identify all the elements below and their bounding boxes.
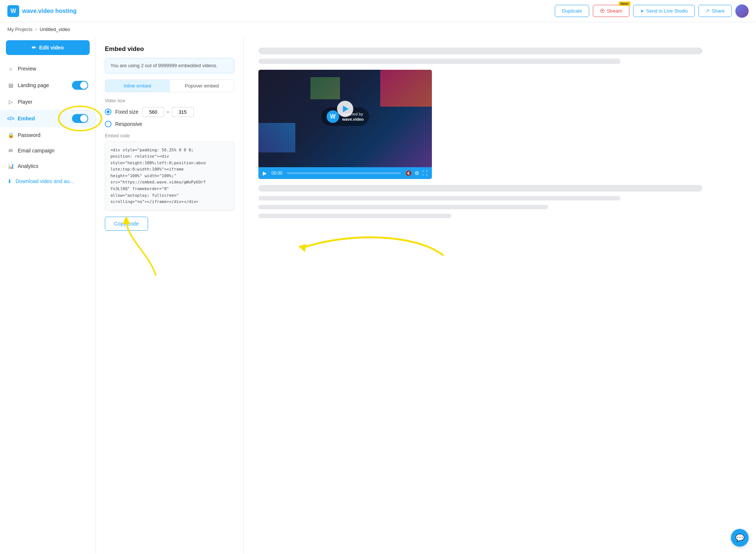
live-studio-icon: ➤ (640, 8, 644, 14)
lock-icon: 🔒 (7, 132, 14, 138)
play-control-icon[interactable]: ▶ (263, 170, 267, 176)
placeholder-bar-3 (258, 185, 702, 192)
sidebar-label-email: Email campaign (18, 148, 55, 154)
radio-fixed-size[interactable]: Fixed size × (105, 107, 234, 117)
placeholder-bar-2 (258, 59, 621, 64)
video-controls: ▶ 00:00 🔇 ⚙ ⛶ (258, 167, 432, 179)
sidebar-item-analytics[interactable]: 📊 Analytics (0, 158, 96, 174)
duplicate-button[interactable]: Duplicate (555, 5, 589, 17)
logo-icon: W (7, 5, 19, 17)
sidebar-item-email-campaign[interactable]: ✉ Email campaign (0, 143, 96, 158)
curved-arrow-annotation (273, 226, 458, 270)
toggle-knob (80, 82, 87, 89)
usage-text: You are using 2 out of 9999999 embedded … (110, 63, 217, 68)
copy-code-wrapper: Copy code (105, 217, 148, 231)
radio-responsive-circle (105, 121, 111, 127)
sidebar-label-landing: Landing page (18, 82, 49, 88)
download-icon: ⬇ (7, 178, 12, 184)
mute-icon[interactable]: 🔇 (405, 170, 412, 176)
video-size-options: Fixed size × Responsive (105, 107, 234, 127)
sidebar-item-player[interactable]: ▷ Player (0, 94, 96, 110)
logo-area: W wave.video hosting (7, 5, 77, 17)
settings-icon[interactable]: ⚙ (415, 170, 419, 176)
tab-inline-embed[interactable]: Inline embed (105, 80, 170, 92)
placeholder-bar-5 (258, 205, 548, 209)
landing-icon: ▤ (7, 82, 14, 89)
chat-icon: 💬 (735, 533, 745, 542)
header-actions: Duplicate ⦿ Stream New! ➤ Send to Live S… (555, 4, 749, 18)
sidebar: ✏ Edit video ⌂ Preview ▤ Landing page ▷ (0, 37, 96, 554)
sidebar-item-preview[interactable]: ⌂ Preview (0, 61, 96, 76)
radio-fixed-circle (105, 109, 111, 115)
breadcrumb-current: Untitled_video (40, 27, 70, 32)
embed-code-box: <div style="padding: 56.25% 0 0 0;positi… (105, 141, 234, 211)
player-icon: ▷ (7, 99, 14, 105)
edit-video-icon: ✏ (32, 45, 36, 51)
embed-title: Embed video (105, 45, 234, 53)
width-input[interactable] (142, 107, 164, 117)
sidebar-item-landing-page[interactable]: ▤ Landing page (0, 76, 96, 94)
live-studio-button[interactable]: ➤ Send to Live Studio (633, 5, 695, 17)
sidebar-item-embed[interactable]: </> Embed (0, 110, 96, 127)
new-badge: New! (619, 1, 630, 6)
usage-box: You are using 2 out of 9999999 embedded … (105, 58, 234, 73)
avatar-image (735, 4, 749, 18)
sidebar-item-download[interactable]: ⬇ Download video and au... (0, 174, 96, 189)
embed-code-text: <div style="padding: 56.25% 0 0 0;positi… (110, 148, 206, 204)
fixed-size-label: Fixed size (115, 109, 138, 115)
embed-panel: Embed video You are using 2 out of 99999… (96, 37, 244, 554)
content-area: Embed video You are using 2 out of 99999… (96, 37, 756, 554)
tab-popover-embed[interactable]: Popover embed (170, 80, 234, 92)
sidebar-label-embed: Embed (18, 116, 35, 121)
height-input[interactable] (172, 107, 194, 117)
breadcrumb-separator: > (35, 27, 38, 32)
landing-page-toggle[interactable] (72, 81, 88, 90)
sidebar-label-download: Download video and au... (16, 178, 74, 184)
progress-bar[interactable] (287, 172, 401, 174)
sidebar-label-player: Player (18, 99, 32, 105)
breadcrumb: My Projects > Untitled_video (0, 22, 756, 37)
chart-icon: 📊 (7, 163, 14, 169)
fullscreen-icon[interactable]: ⛶ (422, 170, 427, 176)
embed-icon: </> (7, 115, 14, 122)
header: W wave.video hosting Duplicate ⦿ Stream … (0, 0, 756, 22)
size-separator: × (166, 109, 169, 115)
placeholder-bar-4 (258, 196, 621, 200)
preview-area: W powered by wave.video (244, 37, 756, 554)
sidebar-label-preview: Preview (18, 66, 36, 72)
video-size-label: Video size (105, 98, 234, 103)
sidebar-item-password[interactable]: 🔒 Password (0, 127, 96, 143)
placeholder-bar-1 (258, 48, 702, 54)
stream-button[interactable]: ⦿ Stream New! (593, 5, 629, 17)
share-icon: ↗ (705, 8, 709, 14)
placeholder-bar-6 (258, 214, 451, 218)
home-icon: ⌂ (7, 65, 14, 72)
breadcrumb-parent[interactable]: My Projects (7, 27, 32, 32)
svg-marker-1 (298, 244, 306, 252)
sidebar-label-password: Password (18, 132, 40, 138)
copy-code-button[interactable]: Copy code (105, 217, 148, 231)
share-button[interactable]: ↗ Share (698, 5, 732, 17)
edit-video-button[interactable]: ✏ Edit video (6, 40, 90, 55)
video-preview: W powered by wave.video (258, 70, 432, 179)
time-display: 00:00 (271, 171, 282, 176)
stream-icon: ⦿ (600, 8, 605, 14)
sidebar-label-analytics: Analytics (18, 163, 38, 169)
chat-button[interactable]: 💬 (731, 529, 749, 547)
mail-icon: ✉ (7, 147, 14, 154)
main-layout: ✏ Edit video ⌂ Preview ▤ Landing page ▷ (0, 37, 756, 554)
logo-text: wave.video hosting (22, 8, 77, 14)
embed-code-label: Embed code (105, 133, 234, 138)
embed-toggle-knob (80, 115, 87, 122)
video-inner: W powered by wave.video (258, 70, 432, 167)
radio-responsive[interactable]: Responsive (105, 121, 234, 127)
embed-tabs: Inline embed Popover embed (105, 79, 234, 92)
size-inputs: × (142, 107, 194, 117)
embed-toggle[interactable] (72, 114, 88, 123)
avatar[interactable] (735, 4, 749, 18)
play-button-overlay[interactable] (337, 101, 353, 117)
responsive-label: Responsive (115, 121, 142, 127)
controls-right: 🔇 ⚙ ⛶ (405, 170, 427, 176)
